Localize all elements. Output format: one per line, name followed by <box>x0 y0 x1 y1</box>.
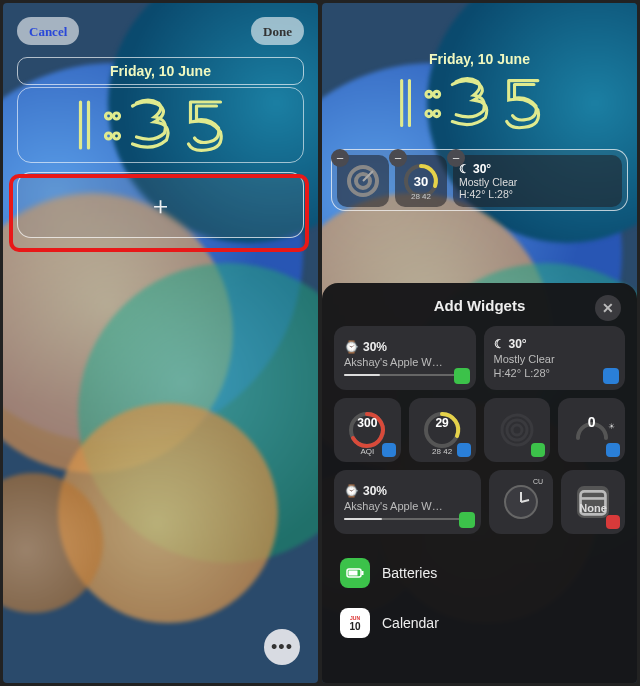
batteries-app-badge-icon <box>459 512 475 528</box>
svg-point-3 <box>114 113 120 119</box>
cancel-button[interactable]: Cancel <box>17 17 79 45</box>
svg-point-19 <box>507 420 527 440</box>
batteries-icon <box>340 558 370 588</box>
right-screenshot: Friday, 10 June − <box>322 3 637 683</box>
batteries-app-badge-icon <box>454 368 470 384</box>
close-icon: ✕ <box>602 300 614 316</box>
svg-point-2 <box>106 113 112 119</box>
widget-strip[interactable]: − − 30 28 42 − <box>331 149 628 211</box>
category-label: Batteries <box>382 565 437 581</box>
weather-app-badge-icon <box>457 443 471 457</box>
category-calendar[interactable]: JUN10 Calendar <box>334 598 625 648</box>
radar-icon <box>343 161 383 201</box>
suggested-widget-watch-battery-2[interactable]: ⌚30% Akshay's Apple W… <box>334 470 481 534</box>
remove-widget-button[interactable]: − <box>331 149 349 167</box>
suggested-widget-calendar-none[interactable]: None <box>561 470 625 534</box>
weather-app-badge-icon <box>606 443 620 457</box>
suggested-widget-sunrise[interactable]: 0 ☀ <box>558 398 625 462</box>
svg-rect-28 <box>349 571 358 576</box>
date-label[interactable]: Friday, 10 June <box>336 51 623 67</box>
done-button[interactable]: Done <box>251 17 304 45</box>
close-button[interactable]: ✕ <box>595 295 621 321</box>
date-widget[interactable]: Friday, 10 June <box>17 57 304 85</box>
weather-condition: Mostly Clear <box>459 176 517 188</box>
weather-highlow: H:42° L:28° <box>459 188 513 200</box>
suggested-widget-weather[interactable]: ☾30° Mostly Clear H:42° L:28° <box>484 326 626 390</box>
svg-point-4 <box>106 133 112 139</box>
svg-point-8 <box>426 91 432 97</box>
suggested-widget-uv[interactable]: 29 28 42 <box>409 398 476 462</box>
watch-icon: ⌚ <box>344 484 359 498</box>
widget-radar[interactable]: − <box>337 155 389 207</box>
calendar-app-badge-icon <box>606 515 620 529</box>
time-display[interactable] <box>336 67 623 139</box>
time-display <box>18 88 303 162</box>
category-batteries[interactable]: Batteries <box>334 548 625 598</box>
time-widget[interactable] <box>17 87 304 163</box>
gauge-value: 30 <box>414 174 428 189</box>
add-widgets-sheet: Add Widgets ✕ ⌚30% Akshay's Apple W… ☾30… <box>322 283 637 683</box>
calendar-icon: JUN10 <box>340 608 370 638</box>
left-screenshot: Cancel Done Friday, 10 June <box>3 3 318 683</box>
clock-icon <box>499 480 543 524</box>
weather-app-badge-icon <box>603 368 619 384</box>
svg-point-10 <box>426 111 432 117</box>
widget-weather[interactable]: − ☾30° Mostly Clear H:42° L:28° <box>453 155 622 207</box>
remove-widget-button[interactable]: − <box>447 149 465 167</box>
svg-rect-27 <box>362 571 364 575</box>
svg-point-11 <box>434 111 440 117</box>
watch-icon: ⌚ <box>344 340 359 354</box>
widget-gauge[interactable]: − 30 28 42 <box>395 155 447 207</box>
svg-text:10: 10 <box>349 621 361 632</box>
remove-widget-button[interactable]: − <box>389 149 407 167</box>
suggested-widget-aqi[interactable]: 300 AQI <box>334 398 401 462</box>
more-button[interactable]: ••• <box>264 629 300 665</box>
moon-icon: ☾ <box>494 337 505 351</box>
weather-app-badge-icon <box>382 443 396 457</box>
sheet-title: Add Widgets <box>434 297 526 314</box>
category-label: Calendar <box>382 615 439 631</box>
suggested-widget-clock[interactable]: CU <box>489 470 553 534</box>
svg-point-9 <box>434 91 440 97</box>
fitness-app-badge-icon <box>531 443 545 457</box>
svg-point-20 <box>512 425 522 435</box>
sun-icon: ☀ <box>608 422 615 431</box>
svg-point-5 <box>114 133 120 139</box>
suggested-widget-watch-battery[interactable]: ⌚30% Akshay's Apple W… <box>334 326 476 390</box>
annotation-highlight <box>9 174 309 252</box>
temp-value: 30° <box>473 162 491 176</box>
suggested-widget-fitness[interactable] <box>484 398 551 462</box>
ellipsis-icon: ••• <box>271 637 293 658</box>
